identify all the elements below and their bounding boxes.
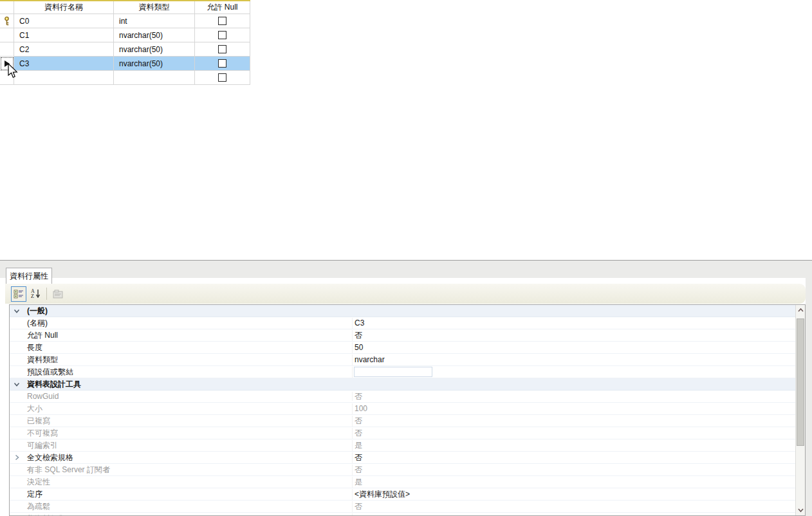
- allow-null-checkbox[interactable]: [218, 45, 226, 53]
- chevron-right-icon[interactable]: [14, 454, 20, 461]
- property-value[interactable]: 否: [353, 501, 795, 512]
- property-row[interactable]: 定序<資料庫預設值>: [10, 488, 795, 501]
- property-row[interactable]: 為資料行集否: [10, 513, 795, 515]
- scrollbar-down-button[interactable]: [796, 505, 805, 515]
- property-row[interactable]: RowGuid否: [10, 391, 795, 403]
- property-grid: (一般)(名稱)C3允許 Null否長度50資料類型nvarchar預設值或繫結…: [9, 304, 806, 516]
- property-row[interactable]: 為疏鬆否: [10, 501, 795, 513]
- property-row[interactable]: 大小100: [10, 403, 795, 415]
- property-value[interactable]: 否: [353, 416, 795, 427]
- property-value[interactable]: 否: [353, 391, 795, 402]
- allow-null-cell[interactable]: [195, 57, 250, 71]
- toolbar-separator: [46, 288, 47, 300]
- property-row[interactable]: 長度50: [10, 342, 795, 354]
- data-type-cell[interactable]: int: [114, 14, 195, 28]
- property-value[interactable]: 否: [353, 428, 795, 439]
- allow-null-checkbox[interactable]: [218, 17, 226, 25]
- property-row[interactable]: 資料類型nvarchar: [10, 354, 795, 366]
- property-value[interactable]: C3: [353, 318, 795, 327]
- property-name: 為資料行集: [24, 513, 353, 516]
- data-type-cell[interactable]: [114, 71, 195, 85]
- column-name-cell[interactable]: [14, 71, 114, 85]
- data-type-cell[interactable]: nvarchar(50): [114, 57, 195, 71]
- property-value[interactable]: 否: [353, 513, 795, 516]
- property-name: 長度: [24, 342, 353, 353]
- column-header-allow-null[interactable]: 允許 Null: [195, 1, 250, 14]
- data-type-cell[interactable]: nvarchar(50): [114, 28, 195, 42]
- property-row[interactable]: 已複寫否: [10, 415, 795, 427]
- property-value[interactable]: nvarchar: [353, 355, 795, 364]
- table-row: C0int: [0, 14, 251, 28]
- allow-null-checkbox[interactable]: [218, 31, 226, 39]
- allow-null-cell[interactable]: [195, 71, 250, 85]
- property-name: 定序: [24, 489, 353, 500]
- property-value[interactable]: <資料庫預設值>: [353, 489, 795, 500]
- table-row: [0, 71, 251, 85]
- row-selector-cell[interactable]: [0, 14, 14, 28]
- allow-null-checkbox[interactable]: [218, 73, 226, 82]
- property-name: 有非 SQL Server 訂閱者: [24, 465, 353, 475]
- allow-null-cell[interactable]: [195, 42, 250, 57]
- allow-null-cell[interactable]: [195, 14, 250, 28]
- property-row[interactable]: 預設值或繫結: [10, 366, 795, 378]
- row-selector-cell[interactable]: [0, 42, 14, 57]
- property-name: 允許 Null: [24, 330, 353, 341]
- categorized-icon: [14, 289, 24, 299]
- property-pages-button: [50, 286, 66, 302]
- property-name: 不可複寫: [24, 428, 353, 439]
- column-name-cell[interactable]: C1: [14, 28, 114, 42]
- mouse-cursor: [8, 63, 20, 80]
- row-selector-cell[interactable]: [0, 28, 14, 42]
- table-row-selected: C3nvarchar(50): [0, 57, 251, 71]
- property-value[interactable]: 否: [353, 465, 795, 475]
- property-name: 為疏鬆: [24, 501, 353, 512]
- property-value[interactable]: 是: [353, 440, 795, 451]
- allow-null-checkbox[interactable]: [218, 59, 226, 68]
- property-row[interactable]: 可編索引是: [10, 439, 795, 452]
- column-name-cell[interactable]: C0: [14, 14, 114, 28]
- vertical-scrollbar[interactable]: [795, 305, 805, 515]
- property-name: (名稱): [24, 318, 353, 329]
- property-category-row[interactable]: (一般): [10, 305, 795, 317]
- property-value[interactable]: 否: [353, 330, 795, 341]
- property-value[interactable]: 是: [353, 477, 795, 488]
- scrollbar-up-button[interactable]: [796, 305, 805, 315]
- property-value-input[interactable]: [354, 367, 432, 377]
- property-row[interactable]: 決定性是: [10, 476, 795, 488]
- allow-null-cell[interactable]: [195, 28, 250, 42]
- property-name: (一般): [24, 306, 353, 317]
- property-name: 預設值或繫結: [24, 367, 353, 378]
- column-name-cell[interactable]: C3: [14, 57, 114, 71]
- tab-column-properties[interactable]: 資料行屬性: [6, 268, 52, 284]
- property-value[interactable]: 否: [353, 452, 795, 463]
- property-row[interactable]: 有非 SQL Server 訂閱者否: [10, 464, 795, 476]
- property-row[interactable]: 全文檢索規格否: [10, 452, 795, 464]
- categorized-button[interactable]: [11, 286, 26, 302]
- grid-rows: C0intC1nvarchar(50)C2nvarchar(50)C3nvarc…: [0, 14, 251, 85]
- chevron-up-icon: [798, 308, 804, 312]
- property-row[interactable]: 不可複寫否: [10, 427, 795, 439]
- scrollbar-thumb[interactable]: [797, 318, 804, 446]
- property-name: RowGuid: [24, 392, 353, 401]
- chevron-down-icon[interactable]: [14, 308, 20, 314]
- property-value[interactable]: 100: [353, 404, 795, 413]
- column-name-cell[interactable]: C2: [14, 42, 114, 57]
- chevron-down-icon[interactable]: [14, 382, 20, 387]
- property-pages-icon: [53, 290, 63, 299]
- property-value[interactable]: [353, 367, 795, 377]
- property-value[interactable]: 50: [353, 343, 795, 352]
- property-row[interactable]: 允許 Null否: [10, 329, 795, 342]
- column-header-datatype[interactable]: 資料類型: [114, 1, 195, 14]
- property-row[interactable]: (名稱)C3: [10, 317, 795, 329]
- data-type-cell[interactable]: nvarchar(50): [114, 42, 195, 57]
- property-rows: (一般)(名稱)C3允許 Null否長度50資料類型nvarchar預設值或繫結…: [10, 305, 795, 515]
- property-category-row[interactable]: 資料表設計工具: [10, 378, 795, 391]
- column-header-name[interactable]: 資料行名稱: [14, 1, 114, 14]
- table-row: C1nvarchar(50): [0, 28, 251, 42]
- property-row-gutter: [10, 308, 24, 314]
- primary-key-icon: [3, 16, 10, 26]
- property-name: 已複寫: [24, 416, 353, 427]
- property-name: 資料類型: [24, 355, 353, 365]
- property-name: 全文檢索規格: [24, 452, 353, 463]
- sort-alphabetical-button[interactable]: A Z: [28, 286, 43, 302]
